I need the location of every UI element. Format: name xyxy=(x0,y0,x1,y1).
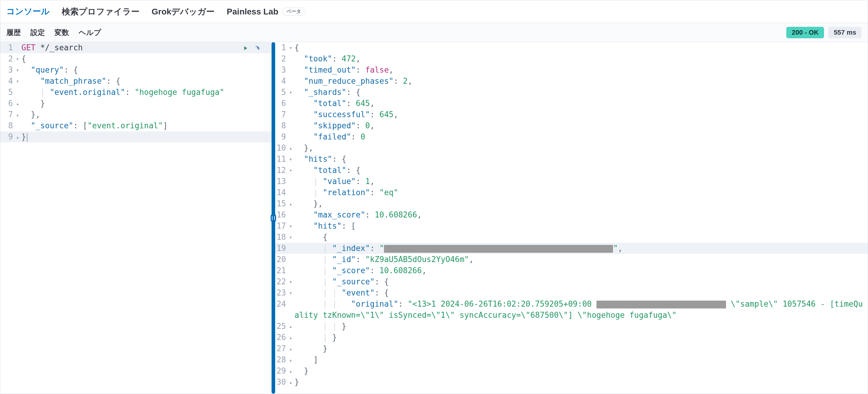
code-line[interactable]: 17▾ "hits": [ xyxy=(273,221,868,232)
code-line[interactable]: 12▾ "total": { xyxy=(273,165,868,176)
code-content: } xyxy=(294,365,868,376)
fold-toggle-icon[interactable]: ▾ xyxy=(16,53,22,64)
tab-grok-debugger[interactable]: Grokデバッガー xyxy=(152,0,215,24)
status-badge: 200 - OK xyxy=(786,27,824,38)
fold-toggle-icon[interactable]: ▾ xyxy=(289,165,294,176)
code-line[interactable]: 1▾{ xyxy=(273,42,868,53)
code-line[interactable]: 4▾ "match_phrase": { xyxy=(0,76,273,87)
subnav-help[interactable]: ヘルプ xyxy=(79,28,101,37)
tab-painless-lab[interactable]: Painless Lab ベータ xyxy=(227,1,305,23)
code-line[interactable]: 29▴ } xyxy=(273,365,868,376)
fold-toggle-icon[interactable]: ▴ xyxy=(289,142,294,154)
code-content: } xyxy=(22,98,273,109)
fold-toggle-icon[interactable]: ▴ xyxy=(289,321,294,332)
line-number: 7 xyxy=(0,109,16,120)
fold-toggle-icon[interactable]: ▾ xyxy=(289,232,294,243)
code-line[interactable]: 2▾{ xyxy=(0,53,273,64)
code-line[interactable]: 3▾ "query": { xyxy=(0,64,273,76)
redacted-text xyxy=(596,301,726,308)
code-content: "total": 645, xyxy=(294,98,868,109)
fold-toggle-icon[interactable]: ▴ xyxy=(16,131,22,142)
code-line[interactable]: 19 | "_index": "", xyxy=(273,243,868,254)
fold-toggle-icon[interactable]: ▴ xyxy=(16,109,22,120)
code-content: ] xyxy=(294,354,868,365)
code-content: "failed": 0 xyxy=(294,131,868,142)
code-line[interactable]: 15▴ }, xyxy=(273,198,868,209)
code-content: "_source": ["event.original"] xyxy=(22,120,273,131)
code-line[interactable]: 7 "successful": 645, xyxy=(273,109,868,120)
code-line[interactable]: 9 "failed": 0 xyxy=(273,131,868,142)
response-time-badge: 557 ms xyxy=(828,27,862,38)
code-line[interactable]: 5▾ "_shards": { xyxy=(273,87,868,98)
code-content: }, xyxy=(294,142,868,154)
fold-toggle-icon[interactable]: ▴ xyxy=(289,198,294,209)
code-line[interactable]: 7▴ }, xyxy=(0,109,273,120)
request-editor[interactable]: 1GET */_search2▾{3▾ "query": {4▾ "match_… xyxy=(0,42,273,394)
line-number: 4 xyxy=(0,76,16,87)
code-line[interactable]: 9▴} xyxy=(0,131,273,142)
wrench-icon[interactable] xyxy=(254,44,262,53)
code-line[interactable]: 26▴ | } xyxy=(273,332,868,343)
code-line[interactable]: 18▾ { xyxy=(273,232,868,243)
code-line[interactable]: 4 "num_reduce_phases": 2, xyxy=(273,76,868,87)
code-line[interactable]: 20 | "_id": "kZ9aU5AB5dOus2YyO46m", xyxy=(273,254,868,265)
fold-toggle-icon[interactable]: ▴ xyxy=(16,98,22,109)
fold-toggle-icon[interactable]: ▾ xyxy=(289,154,294,165)
line-number: 6 xyxy=(0,98,16,109)
fold-toggle-icon[interactable]: ▴ xyxy=(289,343,294,354)
code-line[interactable]: 11▾ "hits": { xyxy=(273,154,868,165)
tab-search-profiler[interactable]: 検索プロファイラー xyxy=(62,0,140,24)
code-content: "total": { xyxy=(294,165,868,176)
code-content: "_shards": { xyxy=(294,87,868,98)
code-content: GET */_search xyxy=(22,42,273,53)
code-content: | } xyxy=(294,332,868,343)
code-line[interactable]: 6▴ } xyxy=(0,98,273,109)
code-content: | "_index": "", xyxy=(294,243,868,254)
tab-console[interactable]: コンソール xyxy=(6,0,50,24)
code-line[interactable]: 2 "took": 472, xyxy=(273,53,868,64)
subnav-settings[interactable]: 設定 xyxy=(30,28,45,37)
fold-toggle-icon[interactable]: ▴ xyxy=(289,332,294,343)
fold-toggle-icon[interactable]: ▴ xyxy=(289,376,294,388)
code-line[interactable]: 8 "skipped": 0, xyxy=(273,120,868,131)
code-content: }, xyxy=(294,198,868,209)
code-line[interactable]: 24 | | "original": "<13>1 2024-06-26T16:… xyxy=(273,298,868,321)
code-content: "skipped": 0, xyxy=(294,120,868,131)
subnav-history[interactable]: 履歴 xyxy=(6,28,21,37)
code-line[interactable]: 5 | "event.original": "hogehoge fugafuga… xyxy=(0,87,273,98)
code-line[interactable]: 8 "_source": ["event.original"] xyxy=(0,120,273,131)
subnav-variables[interactable]: 変数 xyxy=(55,28,69,37)
play-icon[interactable] xyxy=(241,44,250,53)
code-line[interactable]: 6 "total": 645, xyxy=(273,98,868,109)
fold-toggle-icon[interactable]: ▾ xyxy=(16,64,22,76)
code-line[interactable]: 16 "max_score": 10.608266, xyxy=(273,209,868,221)
code-line[interactable]: 25▴ | | } xyxy=(273,321,868,332)
code-line[interactable]: 3 "timed_out": false, xyxy=(273,64,868,76)
code-content: } xyxy=(22,131,273,142)
fold-toggle-icon[interactable]: ▴ xyxy=(289,365,294,376)
code-line[interactable]: 21 | "_score": 10.608266, xyxy=(273,265,868,276)
fold-toggle-icon[interactable]: ▾ xyxy=(289,221,294,232)
code-content: "timed_out": false, xyxy=(294,64,868,76)
code-line[interactable]: 10▴ }, xyxy=(273,142,868,154)
code-line[interactable]: 27▴ } xyxy=(273,343,868,354)
code-line[interactable]: 13 | "value": 1, xyxy=(273,176,868,187)
fold-toggle-icon[interactable]: ▾ xyxy=(289,276,294,287)
code-line[interactable]: 22▾ | "_source": { xyxy=(273,276,868,287)
code-content: { xyxy=(294,232,868,243)
fold-toggle-icon[interactable]: ▾ xyxy=(289,42,294,53)
splitter-handle-icon[interactable] xyxy=(271,214,276,223)
code-line[interactable]: 28▴ ] xyxy=(273,354,868,365)
response-viewer[interactable]: 1▾{2 "took": 472,3 "timed_out": false,4 … xyxy=(273,42,868,394)
code-line[interactable]: 30▴} xyxy=(273,376,868,388)
code-line[interactable]: 1GET */_search xyxy=(0,42,273,53)
fold-toggle-icon[interactable]: ▾ xyxy=(289,87,294,98)
code-line[interactable]: 23▾ | | "event": { xyxy=(273,287,868,298)
fold-toggle-icon[interactable]: ▾ xyxy=(289,287,294,298)
line-number: 8 xyxy=(0,120,16,131)
dev-tools-tabs: コンソール 検索プロファイラー Grokデバッガー Painless Lab ベ… xyxy=(0,0,868,23)
code-line[interactable]: 14 | "relation": "eq" xyxy=(273,187,868,198)
fold-toggle-icon[interactable]: ▾ xyxy=(16,76,22,87)
fold-toggle-icon[interactable]: ▴ xyxy=(289,354,294,365)
splitter[interactable] xyxy=(270,42,276,394)
